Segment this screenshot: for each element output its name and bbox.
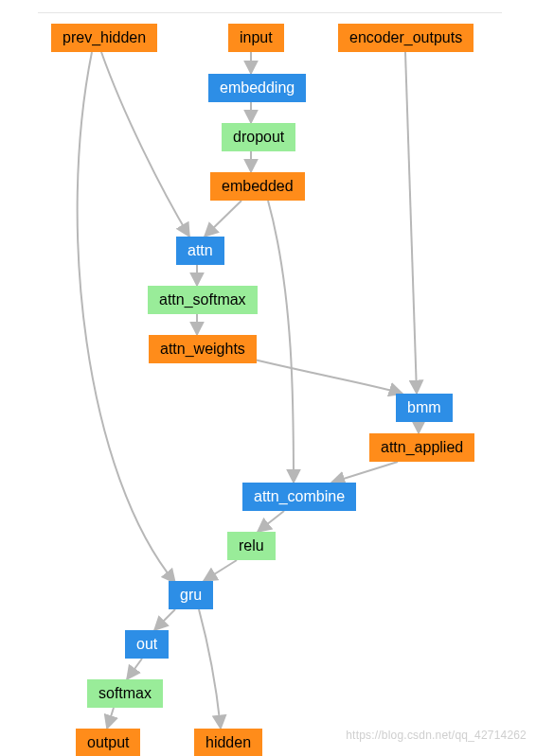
node-dropout: dropout [222, 123, 295, 151]
node-label: encoder_outputs [349, 29, 462, 45]
node-attn-applied: attn_applied [369, 433, 474, 462]
node-label: hidden [205, 734, 251, 750]
node-label: attn_combine [254, 488, 345, 504]
divider-top [38, 12, 502, 13]
node-label: prev_hidden [63, 29, 146, 45]
node-prev-hidden: prev_hidden [51, 24, 157, 52]
node-encoder-outputs: encoder_outputs [338, 24, 473, 52]
node-bmm: bmm [396, 394, 453, 422]
node-relu: relu [227, 532, 276, 560]
node-attn-combine: attn_combine [242, 483, 356, 511]
node-out: out [125, 630, 169, 659]
watermark-text: https://blog.csdn.net/qq_42714262 [346, 729, 527, 742]
node-label: softmax [98, 685, 152, 701]
node-softmax: softmax [87, 679, 163, 708]
node-label: embedding [220, 79, 295, 96]
node-label: attn_weights [160, 341, 245, 357]
node-label: attn_softmax [159, 291, 246, 308]
node-label: attn_applied [381, 439, 463, 455]
node-input: input [228, 24, 284, 52]
node-label: relu [239, 537, 264, 554]
node-label: attn [188, 242, 213, 258]
node-attn: attn [176, 237, 224, 265]
node-hidden: hidden [194, 729, 262, 756]
node-label: bmm [407, 399, 441, 415]
node-attn-weights: attn_weights [149, 335, 257, 363]
node-label: gru [180, 587, 202, 603]
node-output: output [76, 729, 140, 756]
node-gru: gru [169, 581, 213, 609]
node-embedded: embedded [210, 172, 305, 201]
node-label: out [136, 636, 157, 652]
node-label: input [240, 29, 273, 45]
node-attn-softmax: attn_softmax [148, 286, 258, 314]
node-embedding: embedding [208, 74, 306, 102]
diagram-edges [0, 0, 536, 756]
node-label: dropout [233, 129, 284, 145]
node-label: embedded [222, 178, 294, 194]
node-label: output [87, 734, 129, 750]
